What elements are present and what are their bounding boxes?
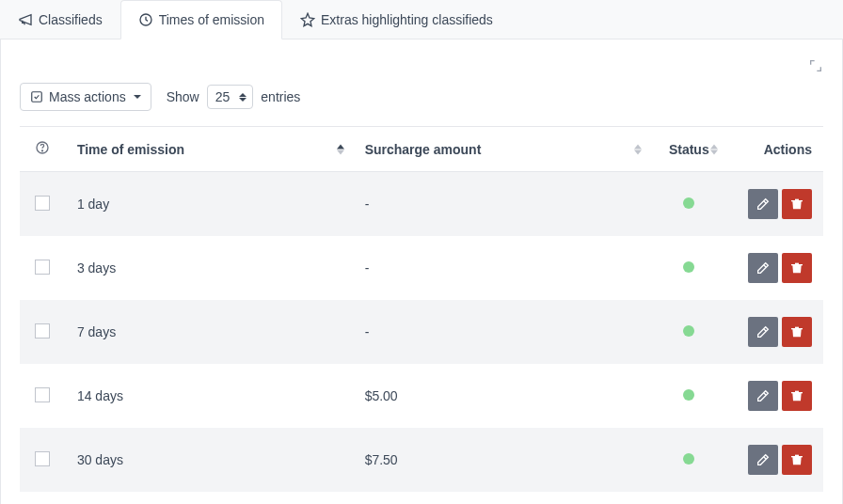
cell-time: 7 days [66, 300, 354, 364]
status-dot-icon [683, 261, 694, 273]
col-help [20, 127, 66, 172]
svg-point-3 [42, 150, 43, 151]
edit-icon [756, 452, 771, 467]
col-actions-label: Actions [764, 142, 812, 157]
svg-rect-8 [791, 456, 803, 457]
mass-actions-button[interactable]: Mass actions [20, 83, 151, 111]
delete-button[interactable] [782, 381, 812, 411]
tab-classifieds[interactable]: Classifieds [0, 0, 120, 39]
cell-status [651, 428, 728, 492]
clock-icon [138, 12, 153, 27]
edit-button[interactable] [748, 381, 778, 411]
data-table: Time of emission Surcharge amount Status… [20, 126, 823, 504]
delete-button[interactable] [782, 445, 812, 475]
edit-icon [756, 260, 771, 276]
status-dot-icon [683, 325, 694, 337]
status-dot-icon [683, 453, 694, 465]
edit-button[interactable] [748, 253, 778, 283]
tab-label: Classifieds [39, 12, 103, 27]
table-row: 7 days- [20, 300, 823, 364]
edit-button[interactable] [748, 189, 778, 219]
checkbox-icon [30, 90, 43, 103]
trash-icon [789, 260, 804, 276]
col-status[interactable]: Status [651, 127, 728, 172]
cell-surcharge: - [354, 236, 651, 300]
page-size-value: 25 [215, 89, 231, 104]
svg-rect-5 [791, 264, 803, 265]
col-time-label: Time of emission [77, 142, 184, 157]
cell-surcharge: - [354, 172, 651, 237]
cell-time: 14 days [66, 364, 354, 428]
cell-surcharge: - [354, 300, 651, 364]
cell-status [651, 172, 728, 237]
svg-rect-6 [791, 328, 803, 329]
tab-bar: Classifieds Times of emission Extras hig… [0, 0, 843, 39]
tab-label: Extras highlighting classifieds [321, 12, 493, 27]
tab-extras[interactable]: Extras highlighting classifieds [282, 0, 511, 39]
col-time[interactable]: Time of emission [66, 127, 354, 172]
row-checkbox[interactable] [35, 323, 50, 339]
tab-times-of-emission[interactable]: Times of emission [120, 0, 282, 39]
tab-label: Times of emission [159, 12, 264, 27]
trash-icon [789, 452, 804, 467]
cell-status [651, 300, 728, 364]
status-dot-icon [683, 197, 694, 209]
cell-status [651, 236, 728, 300]
delete-button[interactable] [782, 317, 812, 347]
help-icon[interactable] [35, 140, 50, 155]
status-dot-icon [683, 389, 694, 401]
edit-icon [756, 324, 771, 339]
cell-surcharge: $5.00 [354, 364, 651, 428]
row-checkbox[interactable] [35, 451, 50, 466]
row-checkbox[interactable] [35, 196, 50, 211]
panel-toolbar [20, 58, 823, 73]
mass-actions-label: Mass actions [49, 89, 126, 104]
cell-time: 3 days [66, 236, 354, 300]
megaphone-icon [18, 12, 33, 27]
cell-time: 1 day [66, 172, 354, 237]
delete-button[interactable] [782, 189, 812, 219]
edit-icon [756, 197, 771, 212]
controls: Mass actions Show 25 entries [20, 83, 823, 111]
star-icon [300, 12, 315, 27]
trash-icon [789, 388, 804, 403]
sort-arrows-icon [239, 93, 247, 102]
edit-button[interactable] [748, 317, 778, 347]
delete-button[interactable] [782, 253, 812, 283]
expand-icon[interactable] [808, 58, 823, 73]
panel: Mass actions Show 25 entries Time of emi… [0, 39, 843, 504]
svg-rect-4 [791, 200, 803, 201]
sort-icon [710, 144, 718, 154]
table-row: 1 day- [20, 172, 823, 237]
entries-label: entries [261, 89, 300, 104]
cell-time: 30 days [66, 428, 354, 492]
edit-icon [756, 388, 771, 403]
edit-button[interactable] [748, 445, 778, 475]
row-checkbox[interactable] [35, 260, 50, 275]
trash-icon [789, 197, 804, 212]
table-row: 60 days$12.00 [20, 492, 823, 504]
col-surcharge-label: Surcharge amount [365, 142, 482, 157]
col-actions: Actions [727, 127, 823, 172]
cell-status [651, 492, 728, 504]
page-size-select[interactable]: 25 [207, 85, 254, 109]
sort-icon [634, 144, 642, 154]
svg-rect-1 [32, 92, 42, 102]
cell-time: 60 days [66, 492, 354, 504]
cell-surcharge: $12.00 [354, 492, 651, 504]
trash-icon [789, 324, 804, 339]
cell-surcharge: $7.50 [354, 428, 651, 492]
sort-icon [337, 144, 344, 154]
show-label: Show [167, 89, 199, 104]
table-row: 14 days$5.00 [20, 364, 823, 428]
col-surcharge[interactable]: Surcharge amount [354, 127, 651, 172]
table-row: 3 days- [20, 236, 823, 300]
page-size-group: Show 25 entries [167, 85, 301, 109]
chevron-down-icon [134, 95, 141, 99]
svg-rect-7 [791, 392, 803, 393]
cell-status [651, 364, 728, 428]
col-status-label: Status [669, 142, 709, 157]
row-checkbox[interactable] [35, 387, 50, 402]
table-row: 30 days$7.50 [20, 428, 823, 492]
